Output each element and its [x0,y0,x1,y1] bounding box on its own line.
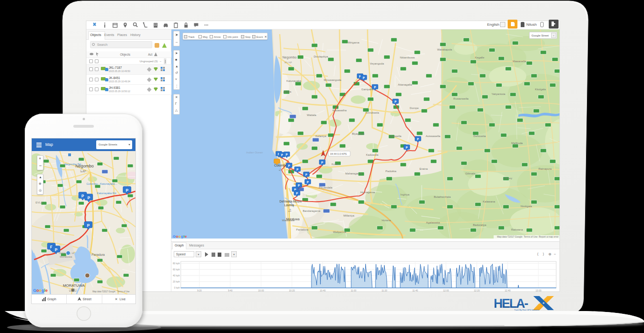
svg-text:P: P [374,86,376,89]
svg-text:Eratna: Eratna [419,167,428,170]
svg-text:Mirigama: Mirigama [348,41,360,44]
svg-text:Ratnapura: Ratnapura [538,167,552,170]
svg-text:Kirindiwela: Kirindiwela [365,111,379,114]
svg-text:P: P [87,223,90,228]
svg-text:12:00: 12:00 [443,289,449,292]
svg-text:11:40: 11:40 [412,289,418,292]
svg-text:P: P [87,195,90,200]
svg-text:Gilimale: Gilimale [465,172,475,175]
svg-text:ඞ්ක: ඞ්ක [80,169,86,173]
svg-text:P: P [288,164,290,167]
svg-text:P: P [363,76,365,80]
svg-text:Divulapitiya: Divulapitiya [314,55,328,58]
svg-text:Piliyandala: Piliyandala [318,186,333,189]
svg-text:Dehiwala-Mount: Dehiwala-Mount [280,200,302,203]
svg-text:10:20: 10:20 [289,289,295,292]
svg-text:Warakapola: Warakapola [437,48,452,51]
svg-text:P: P [297,168,299,171]
svg-text:Track My Fleet GPS Solutions: Track My Fleet GPS Solutions [514,309,539,311]
svg-text:Horana: Horana [382,219,391,222]
svg-text:Welipenna: Welipenna [333,231,347,233]
svg-text:Moratuwa: Moratuwa [286,217,300,221]
svg-text:P: P [395,100,397,103]
svg-text:Millaniya: Millaniya [343,214,354,217]
svg-text:P: P [307,181,309,184]
svg-text:ම෈ට: ම෈ට [69,289,77,292]
svg-text:P: P [126,188,128,193]
svg-text:Padukka: Padukka [385,170,396,173]
svg-text:P: P [281,153,283,157]
svg-text:P: P [296,192,298,195]
svg-text:Carney: Carney [503,177,512,180]
svg-text:Negombo: Negombo [75,164,93,168]
svg-text:MORATUWA: MORATUWA [63,283,85,288]
svg-text:P: P [286,153,288,156]
svg-text:Kalawana: Kalawana [483,200,495,203]
svg-text:Attanagalla: Attanagalla [398,83,412,86]
svg-text:Maharagama: Maharagama [345,172,362,175]
svg-text:11:00: 11:00 [351,289,356,292]
svg-text:P: P [81,194,84,198]
svg-text:9:40: 9:40 [228,289,233,292]
svg-text:40 kph: 40 kph [173,274,180,277]
svg-text:P: P [298,184,300,187]
svg-text:P: P [55,247,57,252]
svg-text:Agalawatta: Agalawatta [426,221,440,224]
svg-text:Negombo: Negombo [283,56,297,59]
svg-text:10:00: 10:00 [258,289,264,292]
svg-text:ඖි: ඖි [288,209,291,212]
svg-text:Colombo: Colombo [274,164,287,167]
svg-text:Homagama: Homagama [360,191,375,194]
svg-text:Moratuwa: Moratuwa [60,255,72,258]
svg-text:P: P [321,161,324,164]
svg-text:P: P [305,173,308,176]
svg-text:Colombo - Katunayake...: Colombo - Katunayake... [86,182,117,185]
svg-text:කටාන: කටාන [284,61,292,64]
svg-text:Katunayaka: Katunayaka [286,80,301,82]
svg-text:Panadura: Panadura [92,253,105,256]
svg-text:Kadawatha: Kadawatha [333,109,347,112]
svg-text:Kegalle: Kegalle [475,56,485,59]
svg-text:Avissawella: Avissawella [425,135,440,138]
svg-text:Ruwanwella: Ruwanwella [453,97,469,100]
svg-text:Indian Ocean: Indian Ocean [246,151,263,154]
svg-text:60 kph: 60 kph [173,268,180,271]
svg-text:0 kph: 0 kph [174,286,180,289]
svg-text:Rakwana: Rakwana [511,228,523,231]
svg-text:Ja-Ela: Ja-Ela [283,90,291,93]
svg-text:Dehiowita: Dehiowita [474,135,486,138]
svg-text:80 kph: 80 kph [173,262,180,265]
svg-text:Panadura: Panadura [296,228,309,231]
svg-text:Bandaragama: Bandaragama [303,210,320,212]
svg-text:P: P [417,138,419,141]
svg-text:11:20: 11:20 [382,289,387,292]
svg-text:Yatiyantota: Yatiyantota [491,93,505,95]
svg-text:Nittambuwa: Nittambuwa [400,56,415,59]
svg-text:12:40: 12:40 [505,289,511,292]
svg-text:Veyangoda: Veyangoda [370,62,384,65]
svg-text:Kitulgala: Kitulgala [535,88,546,91]
svg-text:Nivitigala: Nivitigala [521,205,532,208]
svg-text:P: P [406,146,408,149]
svg-text:EVLA: EVLA [35,201,42,204]
svg-text:13:00: 13:00 [536,289,542,292]
svg-text:Kotte: Kotte [332,163,339,166]
svg-text:Wattala: Wattala [307,114,317,116]
svg-text:Bulathsinhala: Bulathsinhala [434,195,451,198]
svg-text:Katunayaka Rd: Katunayaka Rd [97,192,116,195]
svg-text:9:20: 9:20 [197,289,202,292]
svg-text:20 kph: 20 kph [173,280,180,283]
svg-text:Biyagama: Biyagama [352,132,365,135]
svg-text:Kaduwela: Kaduwela [366,153,379,156]
svg-text:Ingiriya: Ingiriya [400,193,410,196]
svg-text:Hanwella: Hanwella [390,135,402,138]
svg-text:10:40: 10:40 [320,289,326,292]
svg-text:Minuwangoda: Minuwangoda [324,79,341,81]
svg-text:Baduraliya: Baduraliya [473,224,487,226]
svg-text:12:20: 12:20 [474,289,480,292]
svg-text:Dompe: Dompe [410,107,419,109]
svg-text:04:44 0.0 KPS: 04:44 0.0 KPS [330,152,347,155]
svg-text:Maliboda: Maliboda [511,142,523,145]
svg-text:Mawanella: Mawanella [513,60,526,63]
svg-text:Kelaniya: Kelaniya [315,135,326,138]
